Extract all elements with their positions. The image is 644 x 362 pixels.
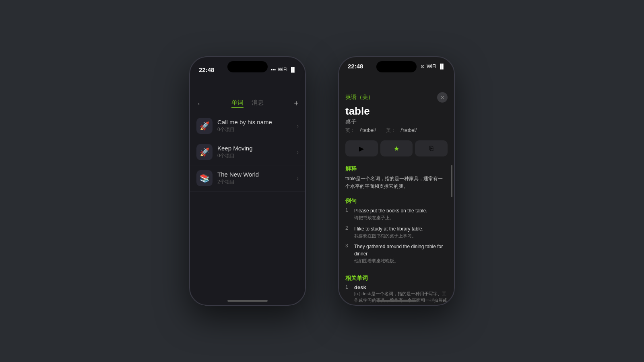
list-item-text-3: The New World 2个项目 — [217, 171, 292, 185]
section-title-definition: 解释 — [345, 165, 448, 173]
list-item-text-2: Keep Moving 0个项目 — [217, 145, 292, 159]
play-button[interactable]: ▶ — [345, 140, 378, 156]
example-num-2: 2 — [345, 225, 351, 239]
related-num-1: 1 — [345, 284, 351, 305]
related-desc-1: [n.] desk是一个名词，指的是一种用于写字、工作或学习的家具，通常有一个平… — [354, 290, 448, 305]
tab-messages[interactable]: 消息 — [252, 99, 264, 108]
dict-definition-section: 解释 table是一个名词，指的是一种家具，通常有一个水平的平面和支撑它的腿。 — [339, 163, 454, 193]
star-button[interactable]: ★ — [380, 140, 413, 156]
list-item-subtitle-1: 0个项目 — [217, 126, 292, 133]
dict-word-cn: 桌子 — [345, 118, 448, 125]
example-en-3: They gathered around the dining table fo… — [354, 243, 448, 257]
status-icons-1: ▪▪▪ WiFi ▐▌ — [270, 67, 296, 72]
dict-actions: ▶ ★ ⎘ — [339, 137, 454, 160]
example-item: 2 I like to study at the library table. … — [345, 225, 448, 239]
mic-icon: ⊙ — [421, 64, 425, 69]
dynamic-island-2 — [376, 61, 417, 72]
example-en-2: I like to study at the library table. — [354, 225, 448, 232]
example-num-1: 1 — [345, 207, 351, 221]
related-item-1: 1 desk [n.] desk是一个名词，指的是一种用于写字、工作或学习的家具… — [345, 284, 448, 305]
example-text-2: I like to study at the library table. 我喜… — [354, 225, 448, 239]
home-indicator-1 — [227, 300, 268, 302]
word-list: 🚀 Call me by his name 0个项目 › 🚀 Keep Movi… — [190, 111, 305, 305]
scroll-indicator — [451, 165, 452, 197]
dict-word-section: table 桌子 英：/ˈteɪbəl/ 美：/ˈteɪbəl/ — [339, 105, 454, 137]
dict-examples-section: 例句 1 Please put the books on the table. … — [339, 196, 454, 270]
list-item-text-1: Call me by his name 0个项目 — [217, 119, 292, 133]
list-item-title-3: The New World — [217, 171, 292, 178]
signal-icon: ▪▪▪ — [270, 67, 276, 72]
example-cn-2: 我喜欢在图书馆的桌子上学习。 — [354, 232, 448, 239]
list-item-title-1: Call me by his name — [217, 119, 292, 125]
example-item: 1 Please put the books on the table. 请把书… — [345, 207, 448, 221]
dict-phonetic: 英：/ˈteɪbəl/ 美：/ˈteɪbəl/ — [345, 127, 448, 134]
phonetic-us-label: 美： — [386, 128, 396, 133]
section-title-examples: 例句 — [345, 197, 448, 205]
dynamic-island-1 — [227, 61, 268, 72]
example-item: 3 They gathered around the dining table … — [345, 243, 448, 264]
chevron-icon-3: › — [297, 175, 299, 181]
related-content-1: desk [n.] desk是一个名词，指的是一种用于写字、工作或学习的家具，通… — [354, 284, 448, 305]
phonetic-en: /ˈteɪbəl/ — [360, 128, 376, 133]
tab-vocabulary[interactable]: 单词 — [231, 99, 244, 108]
status-time-2: 22:48 — [348, 63, 363, 70]
phonetic-us: /ˈteɪbəl/ — [400, 128, 417, 133]
example-text-1: Please put the books on the table. 请把书放在… — [354, 207, 448, 221]
battery-icon-2: ▐▌ — [438, 64, 445, 69]
status-icons-2: ⊙ WiFi ▐▌ — [421, 64, 445, 69]
chevron-icon-1: › — [297, 123, 299, 129]
chevron-icon-2: › — [297, 149, 299, 155]
wifi-icon: WiFi — [278, 67, 287, 72]
definition-text: table是一个名词，指的是一种家具，通常有一个水平的平面和支撑它的腿。 — [345, 175, 448, 190]
list-item-icon-2: 🚀 — [196, 144, 213, 160]
nav-bar-1: ← 单词 消息 + — [190, 96, 305, 111]
list-item-icon-1: 🚀 — [196, 118, 213, 134]
phonetic-en-label: 英： — [345, 128, 355, 133]
example-text-3: They gathered around the dining table fo… — [354, 243, 448, 264]
dict-word-title: table — [345, 105, 448, 117]
battery-icon: ▐▌ — [289, 67, 296, 72]
dict-header: 英语（美） ✕ — [339, 89, 454, 105]
list-item[interactable]: 🚀 Call me by his name 0个项目 › — [190, 113, 305, 139]
list-item-subtitle-3: 2个项目 — [217, 179, 292, 185]
related-word-1: desk — [354, 284, 448, 290]
example-cn-3: 他们围着餐桌吃晚饭。 — [354, 257, 448, 264]
nav-tabs: 单词 消息 — [231, 99, 264, 108]
status-time-1: 22:48 — [199, 66, 214, 73]
dict-lang-label: 英语（美） — [345, 94, 374, 101]
example-cn-1: 请把书放在桌子上。 — [354, 214, 448, 221]
list-item-subtitle-2: 0个项目 — [217, 152, 292, 159]
wifi-icon-2: WiFi — [427, 64, 436, 69]
home-indicator-2 — [376, 300, 417, 302]
list-item[interactable]: 📚 The New World 2个项目 › — [190, 165, 305, 191]
phone1: 22:48 ▪▪▪ WiFi ▐▌ ← 单词 消息 + 🚀 Call me by… — [189, 56, 306, 306]
list-item-icon-3: 📚 — [196, 170, 213, 186]
close-button[interactable]: ✕ — [437, 92, 448, 103]
copy-button[interactable]: ⎘ — [415, 140, 448, 156]
back-button[interactable]: ← — [196, 99, 208, 108]
list-item[interactable]: 🚀 Keep Moving 0个项目 › — [190, 139, 305, 165]
add-button[interactable]: + — [287, 99, 299, 108]
phone2: 22:48 ⊙ WiFi ▐▌ 英语（美） ✕ table 桌子 英：/ˈteɪ… — [338, 56, 455, 306]
section-title-related: 相关单词 — [345, 275, 448, 282]
example-num-3: 3 — [345, 243, 351, 264]
example-en-1: Please put the books on the table. — [354, 207, 448, 214]
list-item-title-2: Keep Moving — [217, 145, 292, 152]
